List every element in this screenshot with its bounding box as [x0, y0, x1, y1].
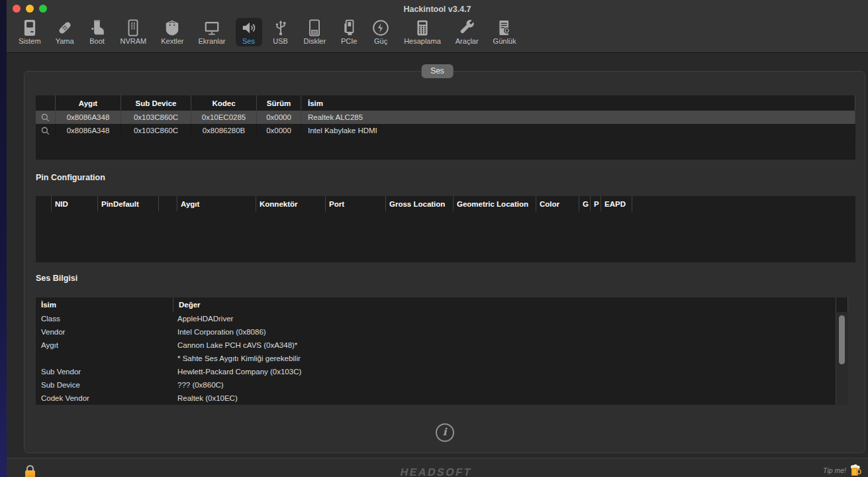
tip-me-link[interactable]: Tip me! — [823, 464, 861, 476]
toolbar-item-nvram[interactable]: NVRAM — [116, 18, 152, 46]
titlebar: Hackintool v3.4.7 — [7, 0, 868, 18]
usb-icon — [272, 19, 289, 36]
toolbar-item-araclar[interactable]: Araçlar — [451, 18, 483, 46]
toolbar-item-label: Kextler — [161, 37, 183, 45]
toolbar-item-diskler[interactable]: Diskler — [299, 18, 331, 46]
column-header-ayg-t[interactable]: Aygıt — [56, 95, 121, 111]
column-header-g[interactable]: G — [579, 196, 591, 211]
toolbar-item-hesaplama[interactable]: Hesaplama — [399, 18, 446, 46]
scrollbar-thumb[interactable] — [839, 315, 845, 364]
info-value: AppleHDADriver — [173, 315, 848, 323]
toolbar-item-gunluk[interactable]: Günlük — [489, 18, 521, 46]
info-key: Sub Device — [36, 381, 173, 389]
display-icon — [203, 19, 220, 36]
toolbar-item-pcie[interactable]: PCIe — [336, 18, 362, 46]
tip-me-label: Tip me! — [823, 466, 846, 474]
column-header-surum[interactable]: Sürüm — [257, 95, 301, 111]
device-cell-kodec: 0x10EC0285 — [191, 111, 257, 124]
lock-icon[interactable] — [25, 465, 36, 477]
info-button[interactable]: i — [436, 423, 454, 442]
column-header-spacer-0[interactable] — [36, 196, 52, 211]
toolbar-item-label: Sistem — [19, 37, 41, 45]
column-header-isim[interactable]: İsim — [36, 297, 173, 312]
toolbar-item-ses[interactable]: Ses — [236, 18, 262, 46]
wrench-icon — [458, 19, 475, 36]
beer-mug-icon — [849, 464, 861, 476]
column-header-icon[interactable] — [36, 95, 56, 111]
devices-table-header-row: AygıtSub DeviceKodecSürümİsim — [36, 95, 855, 111]
toolbar-item-label: Ekranlar — [199, 37, 226, 45]
toolbar-item-label: Günlük — [493, 37, 516, 45]
calculator-icon — [414, 19, 431, 36]
toolbar-item-yama[interactable]: Yama — [51, 18, 79, 46]
close-button[interactable] — [13, 5, 21, 13]
device-row[interactable]: 0x8086A3480x103C860C0x8086280B0x0000Inte… — [36, 124, 855, 137]
boot-icon — [89, 19, 106, 36]
info-value: Realtek (0x10EC) — [173, 394, 848, 402]
column-header-deger[interactable]: Değer — [173, 297, 836, 312]
column-header-nid[interactable]: NID — [52, 196, 98, 211]
toolbar-item-ekranlar[interactable]: Ekranlar — [194, 18, 230, 46]
info-value: * Sahte Ses Aygıtı Kimliği gerekebilir — [173, 354, 848, 362]
minimize-button[interactable] — [26, 5, 34, 13]
toolbar-item-guc[interactable]: Güç — [367, 18, 394, 46]
toolbar-item-label: Diskler — [304, 37, 326, 45]
info-row[interactable]: ClassAppleHDADriver — [36, 312, 848, 325]
column-header-sub-device[interactable]: Sub Device — [121, 95, 191, 111]
info-row[interactable]: Sub Device??? (0x860C) — [36, 378, 848, 392]
column-header-pindefault[interactable]: PinDefault — [98, 196, 159, 211]
toolbar-item-label: PCIe — [341, 37, 357, 45]
info-row[interactable]: Sub VendorHewlett-Packard Company (0x103… — [36, 365, 848, 378]
toolbar-item-boot[interactable]: Boot — [84, 18, 111, 46]
headsoft-logo: HEADSOFT — [399, 466, 473, 477]
info-row[interactable]: AygıtCannon Lake PCH cAVS (0xA348)* — [36, 339, 848, 352]
window-title: Hackintool v3.4.7 — [7, 0, 868, 19]
info-row[interactable]: * Sahte Ses Aygıtı Kimliği gerekebilir — [36, 352, 848, 365]
traffic-lights — [13, 5, 47, 13]
toolbar-item-label: Ses — [242, 37, 255, 45]
column-header-isim[interactable]: İsim — [301, 95, 855, 111]
device-cell-sub_device: 0x103C860C — [121, 124, 191, 137]
info-row[interactable]: Codek VendorRealtek (0x10EC) — [36, 392, 848, 405]
toolbar-item-kextler[interactable]: Kextler — [156, 18, 188, 46]
ses-groupbox: AygıtSub DeviceKodecSürümİsim0x8086A3480… — [24, 71, 865, 453]
column-header-gross-location[interactable]: Gross Location — [386, 196, 454, 211]
audio-info-body: ClassAppleHDADriverVendorIntel Corporati… — [36, 312, 848, 405]
column-header-eapd[interactable]: EAPD — [601, 196, 632, 211]
pin-configuration-title: Pin Configuration — [36, 173, 105, 182]
info-row[interactable]: VendorIntel Corporation (0x8086) — [36, 325, 848, 339]
device-cell-surum: 0x0000 — [257, 124, 301, 137]
audio-info-rows: ClassAppleHDADriverVendorIntel Corporati… — [36, 312, 848, 405]
device-cell-isim: Realtek ALC285 — [301, 111, 855, 124]
column-header-color[interactable]: Color — [536, 196, 579, 211]
info-key: Aygıt — [36, 341, 173, 349]
info-value: Hewlett-Packard Company (0x103C) — [173, 368, 848, 376]
column-header-geometric-location[interactable]: Geometric Location — [454, 196, 536, 211]
devices-table-filler — [36, 137, 855, 160]
column-header-kodec[interactable]: Kodec — [191, 95, 257, 111]
toolbar-item-label: Boot — [89, 37, 105, 45]
info-value: Cannon Lake PCH cAVS (0xA348)* — [173, 341, 848, 349]
column-header-spacer-3[interactable] — [159, 196, 177, 211]
device-cell-aygit: 0x8086A348 — [56, 124, 121, 137]
column-header-konnektor[interactable]: Konnektör — [256, 196, 326, 211]
disk-icon — [306, 19, 323, 36]
toolbar-item-usb[interactable]: USB — [267, 18, 294, 46]
info-value: ??? (0x860C) — [173, 381, 848, 389]
device-cell-aygit: 0x8086A348 — [56, 111, 121, 124]
device-row[interactable]: 0x8086A3480x103C860C0x10EC02850x0000Real… — [36, 111, 855, 124]
audio-info-table: İsimDeğer ClassAppleHDADriverVendorIntel… — [36, 297, 848, 405]
column-header-port[interactable]: Port — [326, 196, 386, 211]
column-header-ayg-t[interactable]: Aygıt — [177, 196, 256, 211]
content-area: Ses AygıtSub DeviceKodecSürümİsim0x8086A… — [7, 53, 868, 458]
row-search-cell — [36, 111, 56, 124]
magnifier-icon[interactable] — [40, 126, 50, 136]
magnifier-icon[interactable] — [40, 113, 50, 123]
computer-icon — [21, 19, 38, 36]
column-header-p[interactable]: P — [591, 196, 601, 211]
app-window: Hackintool v3.4.7 SistemYamaBootNVRAMKex… — [7, 0, 868, 477]
scrollbar-track[interactable] — [836, 312, 848, 405]
toolbar-item-sistem[interactable]: Sistem — [14, 18, 46, 46]
toolbar-item-label: Hesaplama — [404, 37, 441, 45]
zoom-button[interactable] — [39, 5, 47, 13]
